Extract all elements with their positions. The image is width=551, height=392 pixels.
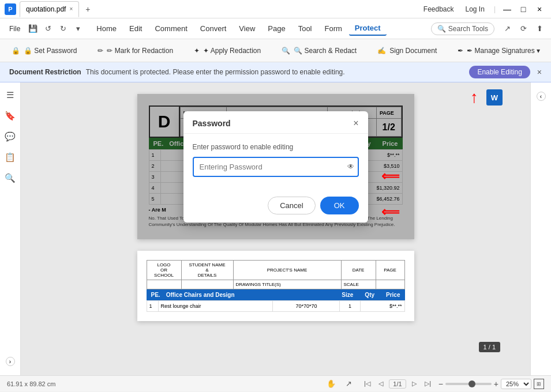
size2-col: Size bbox=[342, 292, 353, 298]
menu-view[interactable]: View bbox=[233, 22, 261, 35]
dropdown-icon[interactable]: ▾ bbox=[71, 22, 85, 36]
zoom-thumb bbox=[468, 380, 475, 387]
search-tools-button[interactable]: 🔍 Search Tools bbox=[431, 22, 494, 35]
menu-tool[interactable]: Tool bbox=[293, 22, 318, 35]
right-panel-collapse-btn[interactable]: ‹ bbox=[537, 92, 546, 101]
zoom-slider[interactable] bbox=[445, 383, 492, 385]
zoom-select[interactable]: 25% bbox=[501, 379, 531, 389]
status-bar: 61.91 x 89.82 cm ✋ ↗ |◁ ◁ 1/1 ▷ ▷| − + 2… bbox=[0, 375, 551, 391]
nav-icons: ↗ ⟳ ⬆ bbox=[500, 22, 546, 36]
fit-page-btn[interactable]: ⊞ bbox=[534, 379, 544, 389]
search-redact-label: 🔍 Search & Redact bbox=[294, 47, 357, 55]
maximize-button[interactable]: □ bbox=[516, 2, 530, 16]
search-icon: 🔍 bbox=[437, 25, 446, 33]
password-input[interactable] bbox=[193, 157, 359, 177]
search-tools-label: Search Tools bbox=[448, 25, 488, 33]
section2-title: Office Chairs and Design bbox=[166, 292, 342, 298]
refresh-icon[interactable]: ⟳ bbox=[516, 22, 530, 36]
new-tab-button[interactable]: + bbox=[81, 3, 94, 16]
zoom-controls: − + 25% ⊞ bbox=[438, 379, 544, 389]
enable-editing-button[interactable]: Enable Editing bbox=[469, 66, 530, 78]
word-icon: W bbox=[486, 89, 503, 105]
search-panel-icon[interactable]: 🔍 bbox=[2, 170, 18, 186]
undo-icon[interactable]: ↺ bbox=[41, 22, 55, 36]
title-bar: P quotation.pdf × + Feedback Log In | — … bbox=[0, 0, 551, 18]
panel-toggle-icon[interactable]: ☰ bbox=[2, 87, 18, 103]
attachment-icon[interactable]: 📋 bbox=[2, 149, 18, 165]
sign-doc-btn[interactable]: ✍ Sign Document bbox=[372, 44, 443, 57]
notification-close-btn[interactable]: × bbox=[537, 67, 542, 77]
upload-icon[interactable]: ⬆ bbox=[533, 22, 546, 36]
prev-page-btn[interactable]: ◁ bbox=[375, 378, 387, 390]
tab-close-btn[interactable]: × bbox=[69, 6, 73, 12]
page-tools: ✋ ↗ bbox=[323, 376, 357, 392]
tab-bar: quotation.pdf × + bbox=[20, 1, 415, 17]
panel-expand-btn[interactable]: › bbox=[6, 357, 15, 366]
save-icon[interactable]: 💾 bbox=[26, 22, 40, 36]
mark-redaction-btn[interactable]: ✏ ✏ Mark for Redaction bbox=[92, 44, 179, 57]
bookmark-icon[interactable]: 🔖 bbox=[2, 108, 18, 124]
dialog-close-btn[interactable]: × bbox=[353, 118, 358, 129]
pdf-page-1: D Name Surname PROJECT: BEDROOM DATE 10/… bbox=[137, 94, 414, 239]
redo-icon[interactable]: ↻ bbox=[56, 22, 70, 36]
notification-content: Document Restriction This document is pr… bbox=[9, 68, 345, 76]
main-layout: ☰ 🔖 💬 📋 🔍 › W ↑ D Name Surname PROJECT: … bbox=[0, 82, 551, 375]
signature-icon: ✒ bbox=[458, 47, 463, 55]
sign-icon: ✍ bbox=[377, 47, 386, 55]
dialog-title: Password bbox=[193, 119, 231, 128]
comment-icon[interactable]: 💬 bbox=[2, 129, 18, 145]
cancel-button[interactable]: Cancel bbox=[268, 197, 315, 214]
menu-home[interactable]: Home bbox=[91, 22, 122, 35]
dialog-body: Enter password to enable editing 👁 bbox=[183, 134, 368, 191]
manage-signatures-label: ✒ Manage Signatures ▾ bbox=[467, 47, 540, 55]
zoom-out-btn[interactable]: − bbox=[438, 379, 443, 389]
search-redact-btn[interactable]: 🔍 🔍 Search & Redact bbox=[276, 44, 362, 57]
menu-bar: File 💾 ↺ ↻ ▾ Home Edit Comment Convert V… bbox=[0, 18, 551, 39]
active-tab[interactable]: quotation.pdf × bbox=[20, 1, 79, 17]
manage-signatures-btn[interactable]: ✒ ✒ Manage Signatures ▾ bbox=[452, 44, 546, 57]
notification-bar: Document Restriction This document is pr… bbox=[0, 62, 551, 82]
hand-tool-btn[interactable]: ✋ bbox=[323, 376, 339, 392]
menu-edit[interactable]: Edit bbox=[123, 22, 148, 35]
feedback-button[interactable]: Feedback bbox=[419, 3, 459, 15]
menu-protect[interactable]: Protect bbox=[349, 21, 387, 36]
sign-doc-label: Sign Document bbox=[389, 47, 437, 55]
menu-page[interactable]: Page bbox=[262, 22, 291, 35]
page-indicator-badge: 1 / 1 bbox=[479, 342, 500, 352]
password-eye-icon[interactable]: 👁 bbox=[347, 163, 354, 171]
dialog-label: Enter password to enable editing bbox=[193, 143, 359, 151]
login-button[interactable]: Log In bbox=[461, 3, 489, 15]
file-menu[interactable]: File bbox=[5, 22, 25, 35]
next-page-btn[interactable]: ▷ bbox=[408, 378, 420, 390]
last-page-btn[interactable]: ▷| bbox=[422, 378, 434, 390]
apply-redaction-btn[interactable]: ✦ ✦ Apply Redaction bbox=[188, 44, 267, 57]
arrow-ok-indicator: ⟸ bbox=[381, 205, 400, 220]
menu-form[interactable]: Form bbox=[319, 22, 348, 35]
password-dialog: Password × Enter password to enable edit… bbox=[183, 111, 368, 223]
price2-col: Price bbox=[386, 292, 400, 298]
menu-convert[interactable]: Convert bbox=[194, 22, 233, 35]
zoom-in-btn[interactable]: + bbox=[494, 379, 498, 389]
menu-comment[interactable]: Comment bbox=[149, 22, 193, 35]
set-password-label: 🔒 Set Password bbox=[24, 47, 77, 55]
content-area: W ↑ D Name Surname PROJECT: BEDROOM DATE… bbox=[21, 82, 530, 375]
blue-section-header: PE. Office Chairs and Design Size Qty Pr… bbox=[147, 289, 405, 300]
apply-icon: ✦ bbox=[194, 47, 200, 55]
arrow-input-indicator: ⟸ bbox=[381, 169, 400, 184]
dialog-footer: Cancel OK bbox=[183, 191, 368, 223]
dialog-overlay: ⟸ ⟸ Password × Enter password to enable … bbox=[137, 94, 414, 239]
set-password-btn[interactable]: 🔒 🔒 Set Password bbox=[6, 44, 83, 57]
ok-button[interactable]: OK bbox=[320, 197, 359, 214]
minimize-button[interactable]: — bbox=[500, 2, 514, 16]
pdf-page-2: LOGOORSCHOOL STUDENT NAME&DETAILS PROJEC… bbox=[137, 251, 414, 321]
page-input[interactable]: 1/1 bbox=[389, 379, 406, 389]
right-panel: ‹ bbox=[530, 82, 551, 375]
notification-title: Document Restriction bbox=[9, 68, 81, 76]
dialog-header: Password × bbox=[183, 111, 368, 134]
first-page-btn[interactable]: |◁ bbox=[361, 378, 373, 390]
external-link-icon[interactable]: ↗ bbox=[500, 22, 514, 36]
apply-redaction-label: ✦ Apply Redaction bbox=[203, 47, 261, 55]
pointer-tool-btn[interactable]: ↗ bbox=[340, 376, 357, 392]
menu-items: Home Edit Comment Convert View Page Tool… bbox=[91, 21, 430, 36]
close-button[interactable]: × bbox=[533, 2, 546, 16]
